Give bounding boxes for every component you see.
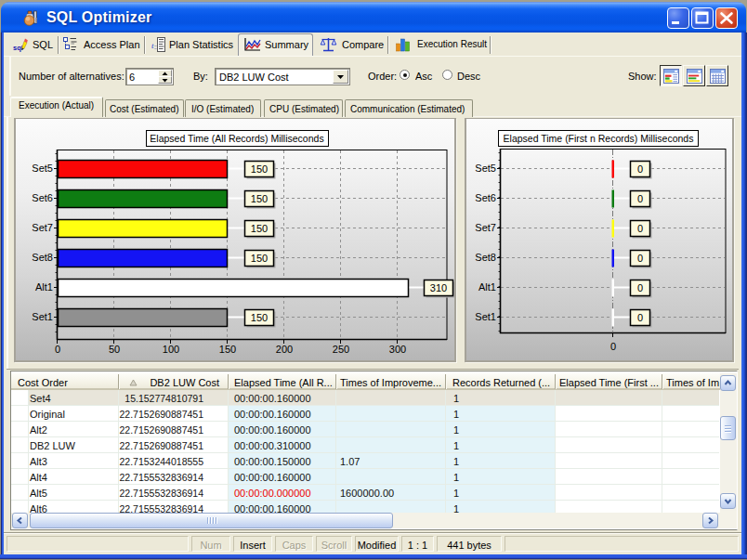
svg-text:300: 300: [389, 344, 406, 355]
svg-text:150: 150: [251, 253, 268, 264]
svg-text:150: 150: [251, 193, 268, 204]
svg-text:0: 0: [637, 163, 643, 175]
svg-text:150: 150: [219, 344, 236, 355]
svg-text:t: t: [151, 41, 154, 50]
svg-text:150: 150: [251, 223, 268, 234]
svg-text:Set5: Set5: [32, 163, 53, 174]
svg-text:Set1: Set1: [32, 311, 53, 322]
svg-text:0: 0: [637, 282, 643, 293]
svg-text:Set6: Set6: [32, 192, 53, 203]
svg-text:0: 0: [610, 341, 616, 352]
svg-text:Alt1: Alt1: [35, 281, 53, 293]
svg-text:0: 0: [637, 253, 643, 264]
svg-text:200: 200: [276, 344, 293, 355]
svg-text:Set8: Set8: [32, 252, 53, 263]
svg-text:0: 0: [637, 312, 643, 323]
svg-text:Set6: Set6: [475, 192, 496, 203]
svg-text:Elapsed Time (All Records) Mil: Elapsed Time (All Records) Milliseconds: [150, 133, 323, 144]
svg-text:Set8: Set8: [475, 252, 496, 263]
svg-text:100: 100: [163, 344, 179, 355]
svg-text:Alt1: Alt1: [478, 281, 496, 293]
svg-text:150: 150: [251, 312, 268, 323]
svg-text:Set5: Set5: [475, 163, 496, 174]
svg-text:0: 0: [55, 344, 60, 355]
svg-text:0: 0: [637, 193, 643, 204]
svg-text:Set7: Set7: [475, 222, 496, 233]
svg-text:310: 310: [430, 282, 447, 293]
svg-text:50: 50: [109, 344, 120, 355]
svg-text:250: 250: [333, 344, 349, 355]
svg-text:Set1: Set1: [475, 311, 496, 322]
svg-text:Set7: Set7: [32, 222, 53, 233]
svg-text:0: 0: [637, 223, 643, 234]
svg-text:150: 150: [251, 163, 268, 175]
svg-text:sql: sql: [13, 44, 23, 52]
svg-text:Elapsed Time (First n Records): Elapsed Time (First n Records) Milliseco…: [504, 133, 694, 144]
